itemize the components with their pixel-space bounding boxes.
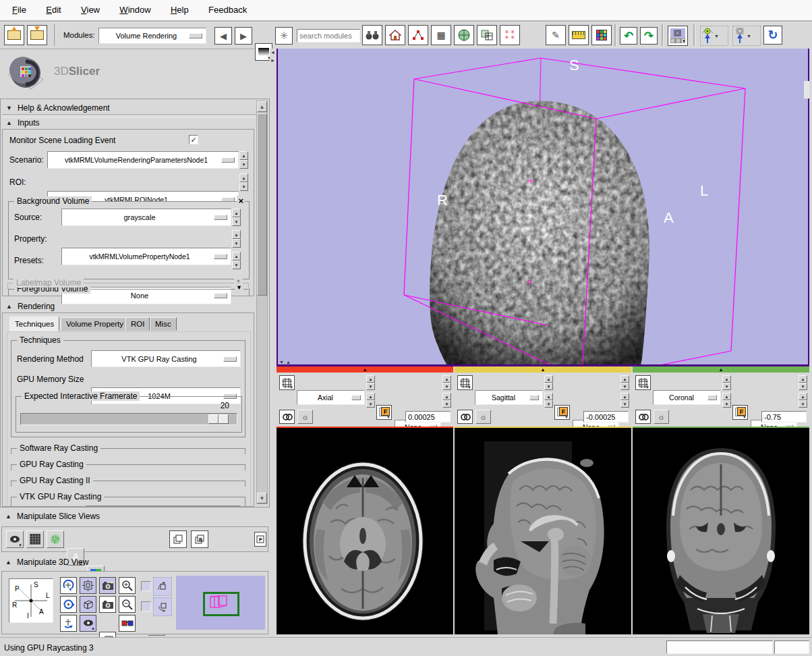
axial-slice-link-grid-button[interactable]: ▼ [279,375,295,390]
menu-feedback[interactable]: Feedback [208,5,247,15]
roll-view-button[interactable] [60,615,77,632]
menu-edit[interactable]: Edit [46,5,61,15]
sagittal-visibility-button[interactable]: ☼ [475,410,491,424]
sagittal-offset-value[interactable]: -0.00025 [583,411,629,422]
refresh-views-button[interactable]: ↻ [763,26,782,45]
gpu-ray-casting-2-group[interactable]: GPU Ray Casting II [11,481,245,487]
compass-navigate-button[interactable] [454,25,474,45]
coronal-slice-view[interactable] [633,427,809,634]
scrollbar-up-arrow[interactable]: ▲ [257,101,267,112]
coronal-visibility-button[interactable]: ☼ [654,410,669,424]
collapse-triangle-icon[interactable]: ▲ [541,367,546,372]
slice-visibility-button[interactable]: ▼ [6,530,24,548]
presets-spinner[interactable]: ▲▼ [232,252,241,269]
scrollbar-thumb[interactable] [257,113,267,296]
axial-link-button[interactable] [279,410,295,424]
fit-to-window-button[interactable] [169,530,187,548]
sagittal-slice-link-grid-button[interactable]: ▼ [457,375,473,390]
redo-button[interactable]: ↷ [640,27,658,45]
look-from-button[interactable]: ▼ [80,615,96,632]
foreground-volume-group[interactable]: Foreground Volume ▼ [8,289,250,296]
spin-direction-button[interactable] [153,577,172,596]
menu-view[interactable]: View [81,5,100,15]
tab-roi[interactable]: ROI [125,317,150,331]
property-combobox[interactable]: vtkMRMLVolumePropertyNode1 [61,248,231,265]
axial-foreground-layer-button[interactable]: F ▼ [376,405,392,420]
sagittal-background-spinner[interactable]: ▲▼ [620,393,629,408]
measurements-ruler-button[interactable] [569,25,589,45]
orientation-axes-widget[interactable]: P S L R I A [9,578,53,623]
module-back-button[interactable]: ◀ [214,27,232,45]
spin-checkbox[interactable] [141,581,151,591]
home-module-button[interactable] [385,25,405,45]
gpu-ray-casting-group[interactable]: GPU Ray Casting [11,464,245,470]
sagittal-header-bar[interactable]: ▲ [455,366,631,373]
rendering-method-combobox[interactable]: VTK GPU Ray Casting [91,350,241,367]
tab-techniques[interactable]: Techniques [9,317,59,331]
sagittal-foreground-spinner[interactable]: ▲▼ [620,375,629,390]
splitter-collapse-left-icon[interactable]: ◄ [270,50,275,55]
section-inputs[interactable]: ▲ Inputs [6,118,40,128]
scene-tree-button[interactable] [408,25,428,45]
stereo-button[interactable] [119,615,136,632]
slice-splitter-down-icon[interactable]: ▼ [279,360,284,364]
navigation-zoom-rect[interactable] [203,592,239,616]
sagittal-orientation-spinner[interactable]: ▲▼ [544,375,553,390]
axial-header-bar[interactable]: ▲ [277,366,453,373]
view-3d[interactable]: S R L A [277,49,809,366]
zoom-in-button[interactable] [119,577,136,594]
sagittal-foreground-layer-button[interactable]: F ▼ [554,405,570,420]
coronal-link-button[interactable] [635,410,651,424]
mannequin-back-button[interactable]: ▼ [732,26,761,46]
source-spinner[interactable]: ▲▼ [232,209,241,226]
coronal-foreground-layer-button[interactable]: F ▼ [732,405,748,420]
module-forward-button[interactable]: ▶ [235,27,252,45]
rock-direction-button[interactable] [153,597,172,616]
axial-orientation-spinner[interactable]: ▲▼ [366,375,375,390]
save-scene-button[interactable] [27,25,47,45]
sagittal-link-button[interactable] [457,410,473,424]
slice-splitter-up-icon[interactable]: ▲ [286,360,291,364]
scrollbar-down-arrow[interactable]: ▼ [257,493,267,503]
coronal-label-spinner[interactable]: ▲▼ [722,393,731,408]
splitter-collapse-right-icon[interactable]: ► [270,58,275,63]
monitor-scene-checkbox[interactable]: ✓ [189,135,198,144]
panel-splitter[interactable]: ◄ ► [270,49,277,634]
search-binoculars-button[interactable] [362,25,382,45]
source-combobox[interactable]: grayscale [61,209,231,226]
framerate-slider-thumb[interactable] [208,414,229,424]
search-modules-input[interactable] [297,29,360,43]
fit-slices-f-button[interactable]: F [254,532,266,547]
sagittal-slice-view[interactable] [455,427,631,634]
module-settings-button[interactable]: ✳ [275,27,293,45]
axial-slice-view[interactable] [277,427,453,634]
property-spinner[interactable]: ▲▼ [232,230,241,248]
framerate-slider[interactable] [20,413,237,425]
coronal-orientation-spinner[interactable]: ▲▼ [722,375,731,390]
zoom-out-button[interactable] [119,596,136,613]
section-manipulate-3d-view[interactable]: ▲ Manipulate 3D View [5,557,88,567]
open-scene-button[interactable] [4,25,24,45]
layout-selector-button[interactable]: ▼ [668,26,688,46]
tab-misc[interactable]: Misc [150,317,177,331]
section-manipulate-slice-views[interactable]: ▲ Manipulate Slice Views [5,512,100,521]
axial-visibility-button[interactable]: ☼ [297,410,313,424]
scenario-combobox[interactable]: vtkMRMLVolumeRenderingParametersNode1 [47,151,239,169]
modules-combobox[interactable]: Volume Rendering [98,28,206,44]
mannequin-front-button[interactable]: ▼ [700,26,728,46]
slice-layers-button[interactable]: ▦ [431,25,451,45]
snapshot-button[interactable] [99,596,116,613]
coronal-background-spinner[interactable]: ▲▼ [799,393,807,408]
sagittal-label-spinner[interactable]: ▲▼ [544,393,553,408]
axial-label-spinner[interactable]: ▲▼ [366,393,375,408]
color-tables-button[interactable] [591,25,612,45]
screenshot-button[interactable] [99,577,116,594]
axial-foreground-spinner[interactable]: ▲▼ [442,375,451,390]
menu-file[interactable]: File [12,5,26,15]
annotations-pen-button[interactable]: ✎ [546,25,566,45]
coronal-offset-value[interactable]: -0.75 [761,411,807,422]
slice-fit-button[interactable] [26,530,44,548]
coronal-orientation-combobox[interactable]: Coronal [653,390,721,405]
collapse-triangle-icon[interactable]: ▲ [719,367,724,372]
slice-label-opacity-button[interactable] [47,530,64,548]
